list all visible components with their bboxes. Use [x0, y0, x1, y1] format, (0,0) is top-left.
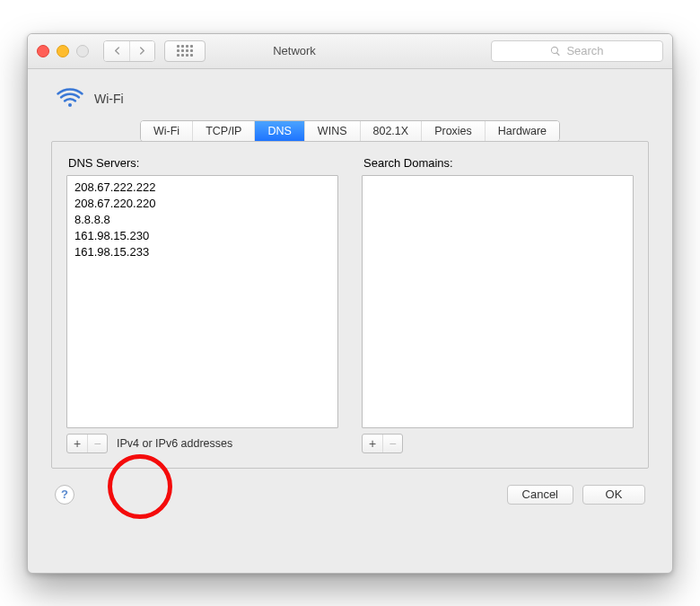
tab-wins[interactable]: WINS [304, 121, 360, 141]
tab-dns[interactable]: DNS [254, 121, 303, 141]
dns-add-button[interactable]: + [67, 435, 87, 452]
tab-bar: Wi-FiTCP/IPDNSWINS802.1XProxiesHardware [51, 120, 649, 142]
dns-servers-label: DNS Servers: [68, 156, 338, 170]
window-body: Wi-Fi Wi-FiTCP/IPDNSWINS802.1XProxiesHar… [28, 69, 672, 521]
ok-button[interactable]: OK [582, 485, 645, 505]
window-title: Network [107, 44, 482, 57]
tab-8021x[interactable]: 802.1X [360, 121, 422, 141]
wifi-icon [57, 87, 83, 111]
tab-hardware[interactable]: Hardware [485, 121, 559, 141]
dns-server-item[interactable]: 161.98.15.233 [74, 244, 330, 260]
tab-wifi[interactable]: Wi-Fi [141, 121, 192, 141]
zoom-window-button[interactable] [76, 45, 89, 57]
dns-server-item[interactable]: 208.67.220.220 [74, 196, 330, 212]
search-placeholder: Search [566, 44, 603, 57]
window-controls [37, 45, 89, 57]
dns-add-remove: + − [66, 434, 108, 453]
search-icon [550, 46, 561, 57]
close-window-button[interactable] [37, 45, 49, 57]
tab-tcpip[interactable]: TCP/IP [192, 121, 254, 141]
help-button[interactable]: ? [55, 485, 74, 505]
dns-servers-column: DNS Servers: 208.67.222.222208.67.220.22… [66, 156, 338, 453]
minimize-window-button[interactable] [57, 45, 69, 57]
dns-hint: IPv4 or IPv6 addresses [117, 437, 232, 450]
interface-header: Wi-Fi [57, 87, 649, 111]
tab-panel: DNS Servers: 208.67.222.222208.67.220.22… [51, 141, 649, 469]
dns-servers-list[interactable]: 208.67.222.222208.67.220.2208.8.8.8161.9… [66, 175, 338, 428]
dns-server-item[interactable]: 8.8.8.8 [74, 212, 330, 228]
search-field[interactable]: Search [491, 40, 663, 62]
dns-server-item[interactable]: 161.98.15.230 [74, 228, 330, 244]
search-domains-column: Search Domains: + − [362, 156, 634, 453]
search-domains-remove-button[interactable]: − [382, 435, 402, 452]
titlebar: Network Search [28, 34, 672, 69]
tab-proxies[interactable]: Proxies [421, 121, 485, 141]
dns-remove-button[interactable]: − [87, 435, 107, 452]
search-domains-add-button[interactable]: + [363, 435, 382, 452]
cancel-button[interactable]: Cancel [507, 485, 573, 505]
search-domains-add-remove: + − [362, 434, 403, 453]
network-preferences-window: Network Search Wi-Fi Wi-FiTCP/IPDNSWINS8… [27, 33, 673, 574]
interface-name: Wi-Fi [94, 92, 124, 106]
search-domains-label: Search Domains: [363, 156, 634, 170]
footer: ? Cancel OK [51, 485, 649, 505]
search-domains-list[interactable] [362, 175, 634, 428]
dns-server-item[interactable]: 208.67.222.222 [74, 180, 330, 196]
